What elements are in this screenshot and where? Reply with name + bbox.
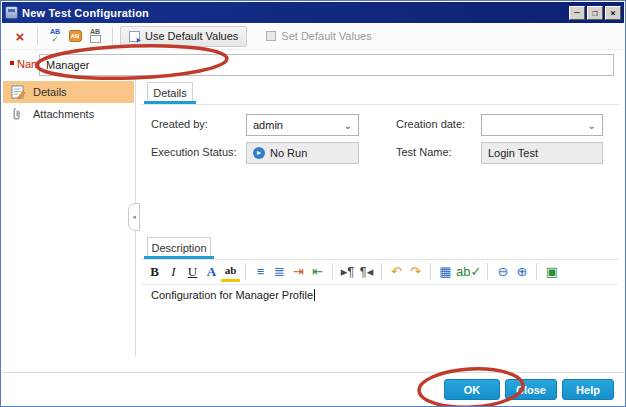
title-bar: New Test Configuration ─ ❐ ×: [2, 2, 624, 23]
sidebar-item-label: Details: [33, 86, 67, 98]
decrease-indent-icon[interactable]: ⇤: [308, 262, 327, 282]
highlight-icon[interactable]: ab: [221, 262, 240, 282]
collapse-pane-handle[interactable]: ◂: [128, 203, 140, 231]
sidebar-item-label: Attachments: [33, 108, 94, 120]
name-input[interactable]: [39, 54, 614, 76]
chevron-down-icon: ⌄: [582, 120, 602, 131]
increase-indent-icon[interactable]: ⇥: [289, 262, 308, 282]
bullet-list-icon[interactable]: ≡: [251, 262, 270, 282]
dialog-icon: [5, 6, 18, 19]
insert-table-icon[interactable]: ▦: [436, 262, 455, 282]
clear-fields-icon[interactable]: ×: [10, 26, 30, 46]
close-dialog-button[interactable]: Close: [505, 379, 557, 400]
rich-text-toolbar: BIUAab≡≣⇥⇤▸¶¶◂↶↷▦ab✓⊖⊕▣: [141, 259, 617, 285]
rte-separator: [245, 263, 246, 280]
execution-status-label: Execution Status:: [151, 146, 237, 158]
sidebar: Details Attachments: [3, 81, 134, 354]
no-run-status-icon: ▸: [253, 147, 265, 159]
tab-details[interactable]: Details: [147, 82, 193, 102]
underline-icon[interactable]: U: [183, 262, 202, 282]
use-default-values-button[interactable]: Use Default Values: [120, 26, 247, 47]
description-text: Configuration for Manager Profile: [151, 289, 313, 301]
redo-icon[interactable]: ↷: [406, 262, 425, 282]
sidebar-item-details[interactable]: Details: [3, 81, 134, 103]
close-button[interactable]: ×: [605, 6, 621, 20]
rtl-paragraph-icon[interactable]: ¶◂: [357, 262, 376, 282]
rte-separator: [536, 263, 537, 280]
required-field-bullet: [10, 61, 14, 65]
help-button[interactable]: Help: [562, 379, 614, 400]
execution-status-field: ▸ No Run: [246, 142, 359, 164]
thesaurus-icon[interactable]: AB: [65, 26, 85, 46]
use-default-values-icon: [129, 31, 140, 42]
rte-separator: [430, 263, 431, 280]
creation-date-dropdown[interactable]: ⌄: [481, 114, 603, 136]
undo-icon[interactable]: ↶: [387, 262, 406, 282]
created-by-label: Created by:: [151, 118, 208, 130]
zoom-in-icon[interactable]: ⊕: [512, 262, 531, 282]
creation-date-label: Creation date:: [396, 118, 465, 130]
rte-separator: [332, 263, 333, 280]
rte-separator: [487, 263, 488, 280]
ltr-paragraph-icon[interactable]: ▸¶: [338, 262, 357, 282]
rte-separator: [381, 263, 382, 280]
text-caret: [314, 289, 315, 301]
new-test-configuration-dialog: New Test Configuration ─ ❐ × × AB ✓ AB A…: [0, 0, 626, 407]
spell-check-icon[interactable]: AB ✓: [45, 26, 65, 46]
toolbar-separator: [112, 27, 113, 45]
font-color-icon[interactable]: A: [202, 262, 221, 282]
set-default-values-button: Set Default Values: [257, 26, 380, 47]
paperclip-icon: [11, 107, 25, 121]
maximize-button[interactable]: ❐: [587, 6, 603, 20]
description-editor[interactable]: Configuration for Manager Profile: [151, 289, 315, 301]
minimize-button[interactable]: ─: [569, 6, 585, 20]
set-default-values-icon: [266, 31, 276, 41]
spell-check-icon[interactable]: ab✓: [455, 262, 482, 282]
zoom-out-icon[interactable]: ⊖: [493, 262, 512, 282]
dialog-title: New Test Configuration: [22, 7, 149, 19]
toolbar-separator: [37, 27, 38, 45]
created-by-dropdown[interactable]: admin ⌄: [246, 114, 359, 136]
test-name-label: Test Name:: [396, 146, 452, 158]
ok-button[interactable]: OK: [444, 379, 500, 400]
tab-description[interactable]: Description: [147, 237, 211, 257]
sidebar-item-attachments[interactable]: Attachments: [3, 103, 134, 125]
dialog-toolbar: × AB ✓ AB AB Use Default Values Set Defa…: [2, 23, 624, 50]
details-tab-line: [141, 104, 619, 105]
chevron-down-icon: ⌄: [338, 120, 358, 131]
toggle-grid-icon[interactable]: ▣: [542, 262, 561, 282]
details-form-icon: [11, 85, 25, 99]
footer-divider: [2, 372, 624, 373]
numbered-list-icon[interactable]: ≣: [270, 262, 289, 282]
spelling-options-icon[interactable]: AB: [85, 26, 105, 46]
bold-icon[interactable]: B: [145, 262, 164, 282]
test-name-field: Login Test: [481, 142, 603, 164]
italic-icon[interactable]: I: [164, 262, 183, 282]
